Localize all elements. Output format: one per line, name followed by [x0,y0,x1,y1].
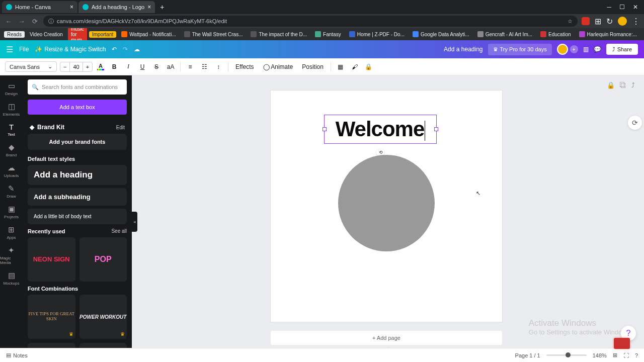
rail-design[interactable]: ▭Design [0,78,23,99]
bookmark-item[interactable]: Education [537,30,574,38]
extensions-icon[interactable]: ⊞ [595,17,601,26]
bookmark-item[interactable]: Wattpad - Notificati... [118,30,179,38]
bookmark-item[interactable]: Free Download Books [642,30,644,38]
share-button[interactable]: ⤴Share [606,44,638,55]
font-combo-thumb[interactable]: open DAILY [79,343,127,348]
back-icon[interactable]: ← [4,17,13,26]
bookmark-pill[interactable]: Important [89,31,116,38]
user-avatar[interactable] [557,44,568,55]
browser-tab[interactable]: Home - Canva × [2,1,77,13]
font-combo-thumb[interactable]: POWER WORKOUT♛ [79,295,127,339]
page-indicator[interactable]: Page 1 / 1 [515,352,540,358]
rail-uploads[interactable]: ☁Uploads [0,160,23,181]
analytics-icon[interactable]: ▥ [583,46,589,53]
font-selector[interactable]: Canva Sans⌄ [5,61,57,72]
see-all-link[interactable]: See all [111,228,127,234]
fullscreen-icon[interactable]: ⛶ [623,352,629,358]
rail-magic-media[interactable]: ✦Magic Media [0,243,23,268]
add-brand-fonts-button[interactable]: Add your brand fonts [28,134,127,150]
canvas-area[interactable]: ◂ 🔒 ⿻ ⤴ ⟳ Welcome ⟲ + Add page ⌃ ↖ [132,75,644,348]
bookmark-pill[interactable]: music for mum [68,28,87,40]
history-icon[interactable]: ↻ [606,17,613,26]
help-icon[interactable]: ? [635,352,638,358]
rail-apps[interactable]: ⊞Apps [0,222,23,243]
extension-icon[interactable] [582,17,590,25]
font-size-stepper[interactable]: − 40 + [60,62,93,72]
design-page[interactable]: Welcome ⟲ [271,90,502,322]
recording-badge[interactable] [614,338,630,349]
bookmark-item[interactable]: Video Creation [27,31,66,38]
font-thumb[interactable]: NEON SIGN [28,237,75,282]
menu-icon[interactable]: ⋮ [632,17,640,26]
bookmark-item[interactable]: The impact of the D... [248,30,310,38]
search-input[interactable]: 🔍 Search fonts and combinations [28,79,127,95]
undo-icon[interactable]: ↶ [112,46,117,53]
menu-icon[interactable]: ☰ [6,45,13,54]
refresh-button[interactable]: ⟳ [628,116,642,130]
font-combo-thumb[interactable]: PARKEN MAISE♛ [28,343,75,348]
zoom-slider[interactable] [546,354,587,356]
rail-mockups[interactable]: ▤Mockups [0,268,23,289]
bookmark-item[interactable]: Harlequin Romance:... [576,30,640,38]
rail-text[interactable]: TText [0,120,23,140]
lock-icon[interactable]: 🔒 [363,61,374,72]
show-pages-toggle[interactable]: ⌃ [386,347,390,348]
lock-page-icon[interactable]: 🔒 [607,81,615,89]
rail-projects[interactable]: ▣Projects [0,202,23,222]
bookmark-item[interactable]: Gencraft - AI Art Im... [474,30,535,38]
browser-tab[interactable]: Add a heading - Logo × [78,1,155,13]
collapse-panel-handle[interactable]: ◂ [132,212,137,232]
brand-kit-row[interactable]: ◆ Brand Kit Edit [28,121,127,134]
bookmark-item[interactable]: Home | Z-PDF - Do... [346,30,408,38]
strikethrough-button[interactable]: S [151,61,162,72]
close-icon[interactable]: × [147,4,151,11]
bookmark-pill[interactable]: Reads [4,31,25,38]
italic-button[interactable]: I [123,61,134,72]
minimize-icon[interactable]: ─ [607,4,611,11]
try-pro-button[interactable]: ♛Try Pro for 30 days [488,44,552,55]
text-color-button[interactable]: A [96,62,106,72]
increase-size[interactable]: + [83,62,92,71]
rail-draw[interactable]: ✎Draw [0,181,23,202]
close-icon[interactable]: × [70,4,73,11]
position-button[interactable]: Position [299,63,327,70]
forward-icon[interactable]: → [17,17,26,26]
add-textbox-button[interactable]: Add a text box [28,100,127,115]
edit-link[interactable]: Edit [116,125,125,130]
export-page-icon[interactable]: ⤴ [631,81,635,89]
site-info-icon[interactable]: ⓘ [48,18,54,25]
comment-icon[interactable]: 💬 [594,46,601,53]
spacing-button[interactable]: ↕ [213,61,224,72]
align-button[interactable]: ≡ [185,61,196,72]
decrease-size[interactable]: − [60,62,69,71]
font-combo-thumb[interactable]: FIVE TIPS FOR GREAT SKIN♛ [28,295,75,339]
doc-title[interactable]: Add a heading [444,46,482,53]
bold-button[interactable]: B [109,61,120,72]
reload-icon[interactable]: ⟳ [30,17,39,26]
bookmark-item[interactable]: Google Data Analyti... [410,30,472,38]
url-field[interactable]: ⓘ canva.com/design/DAGHckVz7o8/kv9DAmOIP… [43,16,578,27]
list-button[interactable]: ☷ [199,61,210,72]
new-tab-button[interactable]: + [156,1,168,13]
notes-button[interactable]: ▤Notes [6,352,28,358]
redo-icon[interactable]: ↷ [123,46,128,53]
bookmark-star-icon[interactable]: ☆ [568,18,573,25]
zoom-value[interactable]: 148% [593,352,607,358]
duplicate-page-icon[interactable]: ⿻ [620,81,626,89]
grid-view-icon[interactable]: ⊞ [613,352,617,358]
subheading-style[interactable]: Add a subheading [28,188,127,206]
profile-avatar[interactable] [618,17,627,26]
font-size-value[interactable]: 40 [69,62,83,71]
rail-brand[interactable]: ◆Brand [0,140,23,160]
text-element[interactable]: Welcome ⟲ [324,115,437,144]
case-button[interactable]: aA [165,61,176,72]
cloud-sync-icon[interactable]: ☁ [134,46,140,53]
animate-button[interactable]: ◯ Animate [260,63,296,70]
heading-style[interactable]: Add a heading [28,165,127,185]
circle-shape[interactable] [338,155,435,251]
bookmark-item[interactable]: Fantasy [312,30,344,38]
effects-button[interactable]: Effects [232,63,257,70]
close-window-icon[interactable]: ✕ [633,4,638,11]
bookmark-item[interactable]: The Wall Street Cras... [181,30,246,38]
file-menu[interactable]: File [19,46,29,53]
